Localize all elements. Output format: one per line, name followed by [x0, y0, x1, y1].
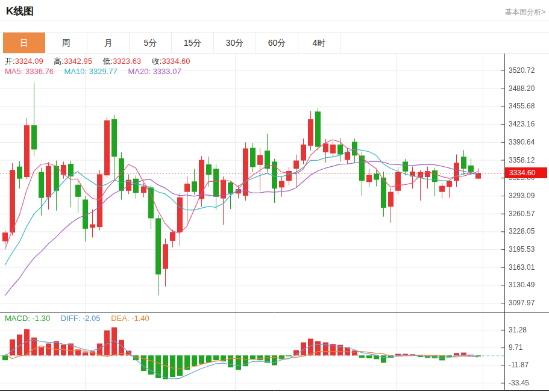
y-axis-tick-label: 3520.72 [509, 66, 547, 75]
close-label: 收: [152, 57, 162, 66]
tab-month[interactable]: 月 [87, 33, 130, 53]
tab-30min[interactable]: 30分 [214, 33, 256, 53]
tab-week[interactable]: 周 [45, 33, 87, 53]
current-price-tag: 3334.60 [505, 167, 547, 178]
y-axis-tick-label: 9.71 [509, 343, 547, 352]
y-axis-tick-label: 3097.97 [509, 299, 547, 307]
y-axis-tick-label: 3195.53 [509, 245, 547, 254]
low-label: 低: [103, 57, 113, 66]
y-axis-tick-label: 3163.01 [509, 263, 547, 272]
y-axis-tick-label: 3228.05 [509, 227, 547, 235]
ma5-label: MA5: [5, 67, 23, 76]
y-axis-tick-label: 3358.12 [509, 156, 547, 164]
macd-value: -1.30 [33, 314, 51, 323]
tab-day[interactable]: 日 [3, 33, 45, 53]
ma10-label: MA10: [64, 67, 87, 76]
y-axis-tick-label: 3423.16 [509, 120, 547, 128]
open-value: 3324.09 [15, 57, 43, 66]
diff-value: -2.05 [83, 314, 101, 323]
dea-label: DEA: [111, 314, 129, 323]
y-axis-tick-label: 3455.68 [509, 102, 547, 110]
y-axis-tick-label: 3260.57 [509, 210, 547, 218]
macd-info-row: MACD: -1.30 DIFF: -2.05 DEA: -1.40 [5, 314, 149, 323]
y-axis-tick-label: 3293.09 [509, 191, 547, 200]
ohlc-info-row: 开:3324.09 高:3342.95 低:3323.63 收:3334.60 [5, 56, 190, 67]
ma20-value: 3333.07 [153, 67, 181, 76]
low-value: 3323.63 [113, 57, 141, 66]
close-value: 3334.60 [162, 57, 190, 66]
period-tabs: 日 周 月 5分 15分 30分 60分 4时 [0, 32, 549, 54]
tab-15min[interactable]: 15分 [172, 33, 214, 53]
diff-label: DIFF: [61, 314, 81, 323]
y-axis-tick-label: -33.45 [509, 379, 547, 387]
kline-page: K线图 基本面分析> 日 周 月 5分 15分 30分 60分 4时 开:332… [0, 0, 549, 392]
tab-5min[interactable]: 5分 [130, 33, 172, 53]
y-axis-tick-label: 3130.49 [509, 281, 547, 289]
page-title: K线图 [6, 4, 34, 18]
ma20-label: MA20: [128, 67, 151, 76]
y-axis-tick-label: 3488.20 [509, 84, 547, 93]
ma-info-row: MA5: 3336.76 MA10: 3329.77 MA20: 3333.07 [5, 67, 181, 76]
ma10-value: 3329.77 [89, 67, 118, 76]
chart-area: 开:3324.09 高:3342.95 低:3323.63 收:3334.60 … [0, 54, 549, 392]
fundamental-analysis-link[interactable]: 基本面分析> [505, 7, 545, 17]
y-axis-tick-label: 3390.64 [509, 138, 547, 146]
y-axis-tick-label: 31.28 [509, 326, 547, 334]
high-label: 高: [54, 57, 64, 66]
dea-value: -1.40 [131, 314, 149, 323]
kline-chart-canvas[interactable] [0, 54, 549, 392]
macd-label: MACD: [5, 314, 30, 323]
tab-4hour[interactable]: 4时 [298, 33, 340, 53]
y-axis-tick-label: -11.87 [509, 361, 547, 369]
tab-60min[interactable]: 60分 [256, 33, 298, 53]
high-value: 3342.95 [64, 57, 92, 66]
ma5-value: 3336.76 [25, 67, 54, 76]
open-label: 开: [5, 57, 15, 66]
header-divider [0, 20, 549, 20]
